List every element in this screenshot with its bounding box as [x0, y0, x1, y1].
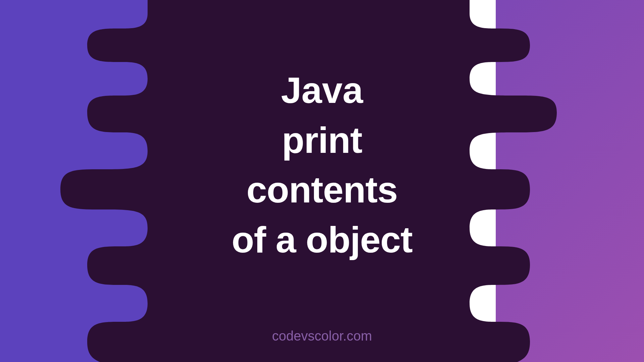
heading-line-4: of a object [0, 215, 644, 265]
heading-line-2: print [0, 115, 644, 165]
heading-container: Java print contents of a object [0, 65, 644, 264]
banner-heading: Java print contents of a object [0, 65, 644, 264]
banner-container: Java print contents of a object codevsco… [0, 0, 644, 362]
heading-line-3: contents [0, 165, 644, 215]
watermark-text: codevscolor.com [272, 328, 372, 344]
heading-line-1: Java [0, 65, 644, 115]
